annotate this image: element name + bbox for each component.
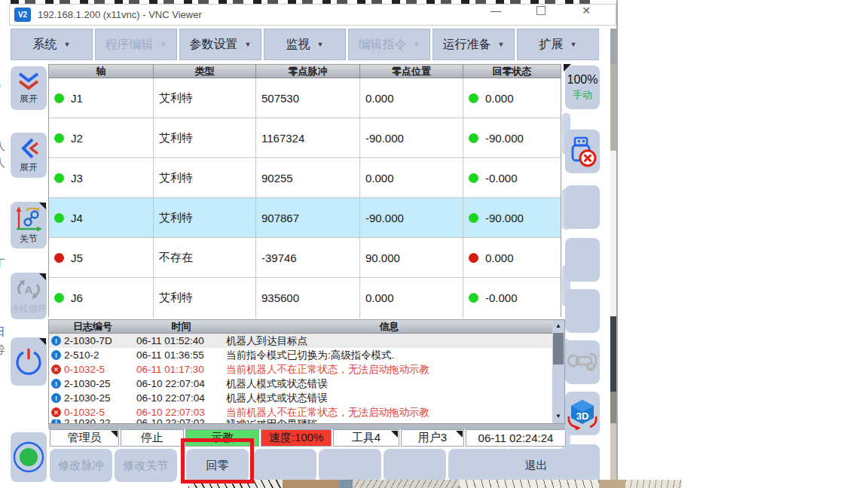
expand-down-button[interactable]: 展开: [11, 66, 47, 110]
log-row[interactable]: ! 2-1030-7D 06-11 01:52:40 机器人到达目标点: [49, 334, 564, 348]
axis-label: J6: [71, 291, 83, 304]
log-time: 06-10 22:07:04: [136, 378, 226, 389]
axis-status-dot: [54, 213, 64, 223]
empty-action-button[interactable]: [448, 449, 511, 482]
corner-marker-icon: [39, 203, 46, 209]
chevron-down-icon: ▼: [317, 41, 324, 48]
global-speed-value: 100%: [567, 73, 598, 87]
axis-row-j6[interactable]: J6 艾利特 935600 0.000 -0.000: [49, 278, 561, 318]
menu-extension[interactable]: 扩展 ▼: [517, 29, 599, 60]
log-row-error[interactable]: ✕ 0-1032-5 06-10 22:07:03 当前机器人不在正常状态，无法…: [49, 405, 564, 419]
servo-enable-button[interactable]: [11, 432, 47, 482]
modify-pulse-button[interactable]: 修改脉冲: [50, 449, 112, 482]
axis-row-j1[interactable]: J1 艾利特 507530 0.000 0.000: [49, 78, 561, 118]
svg-text:A: A: [25, 283, 33, 296]
empty-action-button[interactable]: [384, 449, 446, 482]
view-3d-button[interactable]: 3D: [565, 392, 600, 435]
log-message: 机器人模式或状态错误: [226, 377, 552, 391]
scroll-down-icon[interactable]: ▼: [552, 410, 564, 422]
expand-left-button[interactable]: 展开: [11, 133, 47, 178]
usb-status-button[interactable]: [565, 130, 600, 173]
log-message: 机器人到达目标点: [226, 334, 552, 348]
scroll-up-icon[interactable]: ▲: [552, 320, 564, 331]
home-status-dot: [469, 93, 478, 103]
log-row-error[interactable]: ✕ 0-1032-5 06-11 01:17:30 当前机器人不在正常状态，无法…: [49, 362, 564, 377]
desktop-photo-fragment: [353, 480, 460, 488]
menu-edit-instruction[interactable]: 编辑指令 ▼: [348, 29, 430, 60]
status-tool[interactable]: 工具4: [333, 429, 399, 447]
background-strip: [610, 29, 616, 64]
axis-row-j3[interactable]: J3 艾利特 90255 0.000 -0.000: [49, 158, 561, 198]
log-code: 2-1030-25: [64, 392, 136, 404]
desktop-photo-fragment: [460, 480, 599, 488]
background-text-fragment: 人: [0, 140, 8, 154]
log-scrollbar[interactable]: ▲ ▼: [552, 320, 564, 423]
status-run-state[interactable]: 停止: [121, 429, 184, 447]
home-status-dot: [469, 213, 478, 223]
continuous-cycle-button[interactable]: A 连续循环: [11, 273, 47, 319]
corner-marker-icon: [39, 338, 46, 345]
modify-joint-button[interactable]: 修改关节: [115, 449, 177, 482]
svg-text:3D: 3D: [576, 410, 589, 422]
panel-splitter: [48, 424, 565, 429]
axis-table-header: 轴 类型 零点脉冲 零点位置 回零状态: [49, 65, 561, 78]
menu-label: 运行准备: [443, 37, 491, 53]
joint-label: 关节: [20, 233, 38, 246]
menu-monitor[interactable]: 监视 ▼: [264, 29, 346, 60]
menu-parameter-settings[interactable]: 参数设置 ▼: [179, 29, 261, 60]
maximize-button[interactable]: [526, 0, 556, 21]
chevron-down-icon: ▼: [160, 41, 167, 48]
empty-toolbar-button[interactable]: [565, 185, 600, 229]
speed-mode-button[interactable]: 100% 手动: [565, 66, 600, 109]
background-strip: [610, 151, 616, 316]
corner-marker-icon: [391, 431, 398, 438]
zero-position: -90.000: [360, 118, 463, 158]
empty-action-button[interactable]: [319, 449, 381, 482]
menu-run-prepare[interactable]: 运行准备 ▼: [432, 29, 515, 60]
scrollbar-thumb[interactable]: [553, 333, 564, 364]
status-speed[interactable]: 速度:100%: [261, 429, 332, 447]
minimize-button[interactable]: —: [481, 0, 511, 21]
close-button[interactable]: ✕: [571, 0, 601, 21]
exit-button[interactable]: 退出: [505, 449, 567, 482]
axis-row-j4-selected[interactable]: J4 艾利特 907867 -90.000 -90.000: [49, 198, 561, 238]
empty-toolbar-button[interactable]: [565, 289, 600, 333]
power-button[interactable]: [11, 337, 47, 386]
empty-action-button[interactable]: [254, 449, 316, 482]
menu-label: 参数设置: [190, 37, 238, 53]
axis-type: 不存在: [154, 238, 256, 278]
background-text-fragment: 0: [0, 80, 8, 92]
background-strip: [610, 392, 616, 423]
menu-program-edit[interactable]: 程序编辑 ▼: [95, 29, 177, 60]
status-role[interactable]: 管理员: [50, 429, 119, 447]
gamepad-button[interactable]: [565, 340, 600, 384]
status-user[interactable]: 用户3: [401, 429, 464, 447]
zero-position: 90.000: [360, 238, 463, 278]
home-value: -0.000: [485, 291, 518, 304]
corner-marker-icon: [564, 64, 571, 72]
home-value: -90.000: [485, 212, 524, 224]
usb-disconnected-icon: [567, 135, 598, 168]
log-time: 06-11 01:17:30: [136, 364, 226, 375]
window-title: 192.168.1.200 (x11vnc) - VNC Viewer: [38, 9, 202, 20]
log-row[interactable]: ! 2-510-2 06-11 01:36:55 当前指令模式已切换为:高级指令…: [49, 348, 564, 362]
home-value: 0.000: [485, 92, 514, 105]
axis-status-dot: [54, 293, 64, 303]
home-status-dot: [469, 133, 478, 143]
axis-row-j5[interactable]: J5 不存在 -39746 90.000 0.000: [49, 238, 561, 278]
axis-type: 艾利特: [154, 278, 256, 318]
expand-label: 展开: [20, 93, 38, 105]
log-code: 2-510-2: [64, 349, 136, 361]
log-message: 当前机器人不在正常状态，无法启动拖动示教: [226, 406, 552, 419]
corner-marker-icon: [39, 273, 46, 280]
empty-toolbar-button[interactable]: [565, 238, 600, 282]
zero-pulse: 907867: [256, 198, 360, 238]
joint-mode-button[interactable]: 关节: [11, 202, 47, 249]
menu-label: 扩展: [539, 37, 564, 53]
power-icon: [14, 346, 44, 377]
col-log-info: 信息: [226, 320, 552, 333]
menu-system[interactable]: 系统 ▼: [11, 29, 93, 60]
log-row[interactable]: ! 2-1030-25 06-10 22:07:04 机器人模式或状态错误: [49, 391, 564, 405]
log-row[interactable]: ! 2-1030-25 06-10 22:07:04 机器人模式或状态错误: [49, 377, 564, 391]
axis-row-j2[interactable]: J2 艾利特 1167324 -90.000 -90.000: [49, 118, 561, 158]
